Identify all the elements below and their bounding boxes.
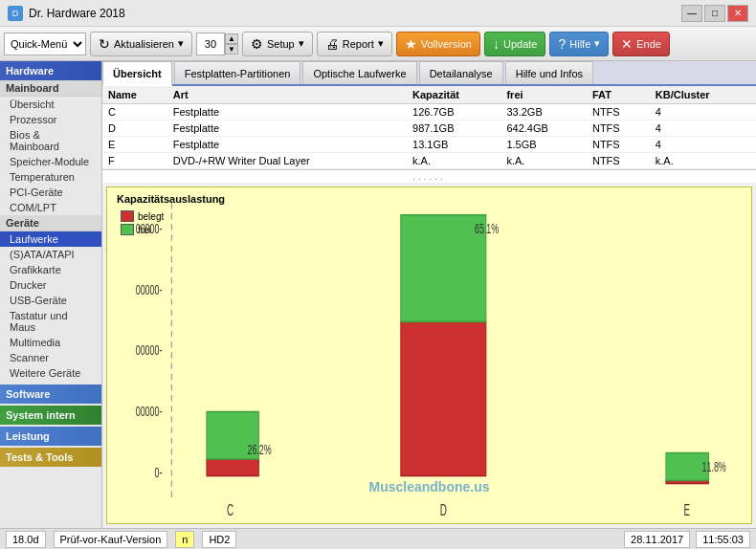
col-art: Art [167, 86, 407, 104]
sidebar-item-temperaturen[interactable]: Temperaturen [0, 169, 101, 185]
main-layout: Hardware Mainboard Übersicht Prozessor B… [0, 61, 756, 528]
report-button[interactable]: 🖨 Report ▾ [317, 32, 392, 56]
bar-d-used [401, 321, 486, 475]
drive-table-area: Name Art Kapazität frei FAT KB/Cluster C… [102, 86, 756, 170]
watermark: Muscleandbone.us [368, 479, 489, 494]
status-drive: HD2 [202, 531, 236, 548]
quick-menu-select[interactable]: Quick-Menü [4, 33, 86, 55]
capacity-chart-svg: 00000- 00000- 00000- 00000- 0- 26.2% C [107, 187, 751, 523]
decrement-button[interactable]: ▼ [225, 44, 238, 55]
tab-hilfe[interactable]: Hilfe und Infos [505, 61, 593, 84]
sidebar-item-sata[interactable]: (S)ATA/ATAPI [0, 247, 101, 262]
table-row: CFestplatte126.7GB33.2GBNTFS4 [102, 104, 756, 121]
bar-d-label: 65.1% [475, 221, 500, 237]
tab-optische[interactable]: Optische Laufwerke [302, 61, 416, 84]
bar-d-xlabel: D [440, 502, 447, 519]
increment-button[interactable]: ▲ [225, 33, 238, 44]
close-button[interactable]: ✕ [727, 5, 748, 22]
status-date: 28.11.2017 [624, 531, 690, 548]
title-bar: D Dr. Hardware 2018 — □ ✕ [0, 0, 756, 27]
bar-e-label: 11.8% [702, 459, 727, 475]
y-label-1: 00000- [136, 221, 163, 237]
bar-c-xlabel: C [227, 502, 233, 519]
report-icon: 🖨 [325, 36, 339, 52]
title-bar-left: D Dr. Hardware 2018 [8, 6, 125, 21]
chart-area: Kapazitätsauslastung belegt frei 00000- … [106, 187, 752, 524]
ende-icon: ✕ [621, 36, 633, 52]
table-row: FDVD-/+RW Writer Dual Layerk.A.k.A.NTFSk… [102, 153, 756, 169]
quick-menu-dropdown[interactable]: Quick-Menü [4, 33, 86, 55]
bar-c-used [207, 459, 258, 476]
app-title: Dr. Hardware 2018 [29, 7, 125, 20]
sidebar-item-weitere[interactable]: Weitere Geräte [0, 365, 101, 381]
sidebar-hardware-header[interactable]: Hardware [0, 61, 101, 80]
sidebar-item-laufwerke[interactable]: Laufwerke [0, 231, 101, 247]
sidebar-item-bios[interactable]: Bios & Mainboard [0, 127, 101, 154]
table-row: DFestplatte987.1GB642.4GBNTFS4 [102, 121, 756, 137]
setup-icon: ⚙ [251, 36, 263, 52]
sidebar-item-drucker[interactable]: Drucker [0, 277, 101, 293]
y-label-4: 00000- [136, 404, 163, 420]
status-right: 28.11.2017 11:55:03 [624, 531, 750, 548]
bar-d-free [401, 215, 486, 322]
toolbar: Quick-Menü ↻ Aktualisieren ▾ ▲ ▼ ⚙ Setup… [0, 27, 756, 61]
status-bar: 18.0d Prüf-vor-Kauf-Version n HD2 28.11.… [0, 528, 756, 549]
app-icon: D [8, 6, 23, 21]
status-time: 11:55:03 [696, 531, 750, 548]
sidebar-software-header[interactable]: Software [0, 384, 101, 404]
status-version: 18.0d [6, 531, 46, 548]
sidebar-item-com[interactable]: COM/LPT [0, 200, 101, 215]
update-icon: ↓ [493, 36, 500, 52]
bar-e-xlabel: E [683, 502, 690, 519]
sidebar-item-prozessor[interactable]: Prozessor [0, 112, 101, 127]
sidebar-item-pci[interactable]: PCI-Geräte [0, 185, 101, 200]
refresh-icon: ↻ [99, 36, 110, 52]
status-mode: Prüf-vor-Kauf-Version [54, 531, 168, 548]
col-kb: KB/Cluster [650, 86, 756, 104]
drive-table: Name Art Kapazität frei FAT KB/Cluster C… [102, 86, 756, 169]
sidebar-geraete-group: Geräte [0, 215, 101, 231]
dots-separator: ...... [102, 170, 756, 183]
number-field[interactable] [196, 33, 225, 55]
vollversion-button[interactable]: ★ Vollversion [396, 32, 480, 56]
sidebar-item-scanner[interactable]: Scanner [0, 350, 101, 365]
minimize-button[interactable]: — [681, 5, 702, 22]
col-fat: FAT [587, 86, 650, 104]
sidebar-item-ubersicht[interactable]: Übersicht [0, 97, 101, 112]
vollversion-icon: ★ [405, 36, 417, 52]
status-indicator: n [175, 531, 194, 548]
setup-button[interactable]: ⚙ Setup ▾ [242, 32, 313, 56]
y-label-2: 00000- [136, 281, 163, 297]
sidebar-item-grafik[interactable]: Grafikkarte [0, 262, 101, 277]
sidebar: Hardware Mainboard Übersicht Prozessor B… [0, 61, 102, 528]
hilfe-icon: ? [558, 36, 566, 52]
aktualisieren-button[interactable]: ↻ Aktualisieren ▾ [90, 32, 192, 56]
y-label-5: 0- [154, 465, 162, 481]
sidebar-tests-header[interactable]: Tests & Tools [0, 448, 101, 467]
tab-bar: Übersicht Festplatten-Partitionen Optisc… [102, 61, 756, 86]
sidebar-mainboard-group: Mainboard [0, 80, 101, 97]
col-kapazitat: Kapazität [407, 86, 500, 104]
sidebar-leistung-header[interactable]: Leistung [0, 427, 101, 446]
bar-c-label: 26.2% [247, 442, 272, 458]
tab-detail[interactable]: Detailanalyse [419, 61, 503, 84]
update-button[interactable]: ↓ Update [484, 32, 545, 56]
sidebar-item-tastatur[interactable]: Tastatur und Maus [0, 308, 101, 335]
hilfe-button[interactable]: ? Hilfe ▾ [549, 32, 609, 56]
col-frei: frei [500, 86, 587, 104]
y-label-3: 00000- [136, 342, 163, 359]
ende-button[interactable]: ✕ Ende [612, 32, 670, 56]
number-spinners[interactable]: ▲ ▼ [225, 33, 238, 55]
title-bar-controls[interactable]: — □ ✕ [681, 5, 748, 22]
col-name: Name [102, 86, 167, 104]
refresh-number-input[interactable]: ▲ ▼ [196, 33, 238, 55]
sidebar-item-speicher[interactable]: Speicher-Module [0, 154, 101, 169]
table-row: EFestplatte13.1GB1.5GBNTFS4 [102, 137, 756, 153]
content-area: Übersicht Festplatten-Partitionen Optisc… [102, 61, 756, 528]
sidebar-item-usb[interactable]: USB-Geräte [0, 293, 101, 308]
tab-ubersicht[interactable]: Übersicht [102, 61, 172, 86]
sidebar-system-header[interactable]: System intern [0, 406, 101, 425]
maximize-button[interactable]: □ [704, 5, 725, 22]
sidebar-item-multimedia[interactable]: Multimedia [0, 335, 101, 350]
tab-partitionen[interactable]: Festplatten-Partitionen [174, 61, 301, 84]
